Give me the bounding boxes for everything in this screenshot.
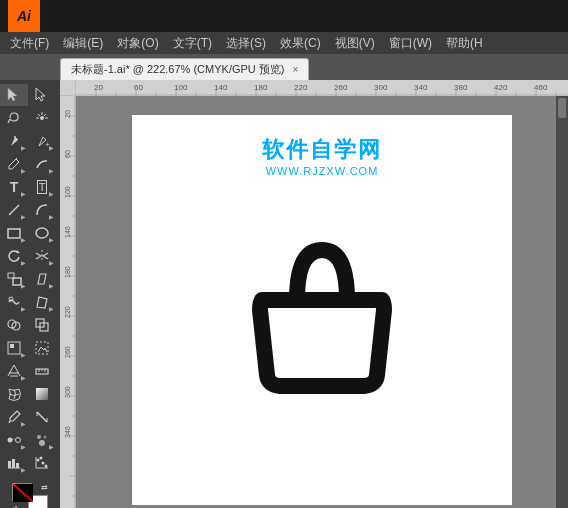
tool-row-5: T ▶ T ▶	[0, 176, 60, 198]
svg-text:20: 20	[94, 83, 103, 92]
menu-select[interactable]: 选择(S)	[220, 33, 272, 54]
pencil-tool-btn[interactable]: ▶	[0, 153, 28, 175]
tool-row-4: ▶ ▶	[0, 153, 60, 175]
svg-text:220: 220	[64, 306, 71, 318]
scrollbar-vertical[interactable]	[556, 96, 568, 508]
tool-row-10: ▶ ▶	[0, 291, 60, 313]
tool-row-3: ▶ + ▶	[0, 130, 60, 152]
line-tool-btn[interactable]: ▶	[0, 199, 28, 221]
arc-tool-btn[interactable]: ▶	[28, 199, 56, 221]
menu-file[interactable]: 文件(F)	[4, 33, 55, 54]
tool-row-12: ▶	[0, 337, 60, 359]
menu-window[interactable]: 窗口(W)	[383, 33, 438, 54]
menu-type[interactable]: 文字(T)	[167, 33, 218, 54]
svg-point-52	[40, 457, 43, 460]
document-tab[interactable]: 未标题-1.ai* @ 222.67% (CMYK/GPU 预览) ×	[60, 58, 309, 80]
menu-effect[interactable]: 效果(C)	[274, 33, 327, 54]
svg-text:460: 460	[534, 83, 548, 92]
live-paint-btn[interactable]: ▶	[0, 337, 28, 359]
scatter-graph-btn[interactable]	[28, 452, 56, 474]
svg-point-51	[42, 462, 45, 465]
svg-marker-1	[36, 88, 45, 101]
eyedropper-btn[interactable]: ▶	[0, 406, 28, 428]
canvas-area: 2060 100140 180220 260300 340380 420460	[60, 80, 568, 508]
svg-point-43	[37, 435, 41, 439]
svg-line-13	[9, 205, 19, 215]
tab-bar: 未标题-1.ai* @ 222.67% (CMYK/GPU 预览) ×	[0, 54, 568, 80]
shape-builder-btn[interactable]	[0, 314, 28, 336]
svg-line-37	[9, 421, 10, 423]
blend-tool-btn[interactable]: ▶	[0, 429, 28, 451]
svg-line-12	[16, 158, 17, 159]
tool-row-9: ▶ ▶	[0, 268, 60, 290]
magic-wand-btn[interactable]	[28, 107, 56, 129]
type-tool-btn[interactable]: T ▶	[0, 176, 28, 198]
measure-btn[interactable]	[28, 406, 56, 428]
menu-edit[interactable]: 编辑(E)	[57, 33, 109, 54]
reflect-tool-btn[interactable]: ▶	[28, 245, 56, 267]
tool-row-15: ▶	[0, 406, 60, 428]
svg-text:60: 60	[134, 83, 143, 92]
pathfinder-btn[interactable]	[28, 314, 56, 336]
tab-close-button[interactable]: ×	[293, 64, 299, 75]
svg-text:140: 140	[64, 226, 71, 238]
direct-selection-btn[interactable]	[28, 84, 56, 106]
svg-text:60: 60	[64, 150, 71, 158]
scale-tool-btn[interactable]: ▶	[0, 268, 28, 290]
main-area: ▶ + ▶ ▶ ▶ T ▶ T ▶	[0, 80, 568, 508]
svg-point-50	[37, 459, 40, 462]
tool-row-1	[0, 84, 60, 106]
selection-tool-btn[interactable]	[0, 84, 28, 106]
swap-colors-btn[interactable]: ⇄	[41, 483, 48, 492]
watermark-title: 软件自学网	[262, 135, 382, 165]
tool-row-6: ▶ ▶	[0, 199, 60, 221]
svg-text:260: 260	[64, 346, 71, 358]
svg-line-28	[8, 365, 14, 376]
menu-view[interactable]: 视图(V)	[329, 33, 381, 54]
svg-rect-19	[13, 278, 21, 285]
pen-tool-btn[interactable]: ▶	[0, 130, 28, 152]
mesh-tool-btn[interactable]	[0, 383, 28, 405]
artboard-canvas[interactable]: 软件自学网 WWW.RJZXW.COM	[76, 96, 568, 508]
gradient-mesh-btn[interactable]	[28, 383, 56, 405]
symbol-btn[interactable]: ▶	[28, 429, 56, 451]
svg-text:180: 180	[64, 266, 71, 278]
svg-rect-48	[16, 463, 19, 468]
rect-tool-btn[interactable]: ▶	[0, 222, 28, 244]
svg-rect-47	[12, 459, 15, 468]
scrollbar-thumb-v[interactable]	[558, 98, 566, 118]
svg-point-10	[14, 136, 16, 138]
tool-row-7: ▶ ▶	[0, 222, 60, 244]
menu-bar: 文件(F) 编辑(E) 对象(O) 文字(T) 选择(S) 效果(C) 视图(V…	[0, 32, 568, 54]
menu-object[interactable]: 对象(O)	[111, 33, 164, 54]
perspective-grid-btn[interactable]: ▶	[0, 360, 28, 382]
svg-line-38	[37, 412, 47, 422]
svg-line-4	[44, 114, 46, 116]
image-trace-btn[interactable]	[28, 337, 56, 359]
ruler-tool-btn[interactable]	[28, 360, 56, 382]
tool-row-2	[0, 107, 60, 129]
color-area: ⇄ ↺	[0, 479, 60, 508]
svg-text:140: 140	[214, 83, 228, 92]
free-distort-btn[interactable]: ▶	[28, 291, 56, 313]
smooth-tool-btn[interactable]: ▶	[28, 153, 56, 175]
svg-text:300: 300	[374, 83, 388, 92]
lasso-tool-btn[interactable]	[0, 107, 28, 129]
svg-line-7	[38, 114, 40, 116]
svg-text:340: 340	[414, 83, 428, 92]
ruler-left: 2060 100140 180220 260300 340	[60, 96, 76, 508]
warp-tool-btn[interactable]: ▶	[0, 291, 28, 313]
add-anchor-btn[interactable]: + ▶	[28, 130, 56, 152]
svg-text:220: 220	[294, 83, 308, 92]
rotate-tool-btn[interactable]: ▶	[0, 245, 28, 267]
shear-tool-btn[interactable]: ▶	[28, 268, 56, 290]
svg-text:380: 380	[454, 83, 468, 92]
column-graph-btn[interactable]: ▶	[0, 452, 28, 474]
area-type-btn[interactable]: T ▶	[28, 176, 56, 198]
ellipse-tool-btn[interactable]: ▶	[28, 222, 56, 244]
foreground-color-swatch[interactable]	[12, 483, 32, 501]
svg-text:100: 100	[64, 186, 71, 198]
tool-row-14	[0, 383, 60, 405]
svg-line-29	[14, 365, 20, 376]
menu-help[interactable]: 帮助(H	[440, 33, 489, 54]
